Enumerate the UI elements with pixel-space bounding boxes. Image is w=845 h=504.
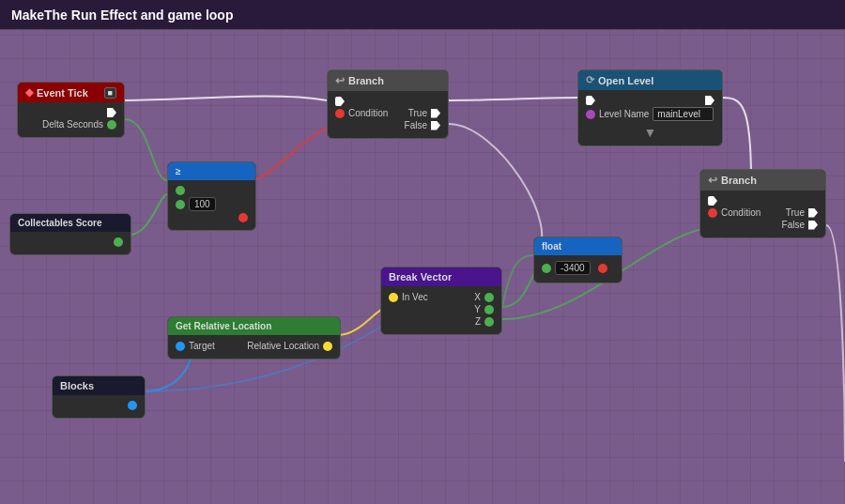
event-tick-node: ◆ Event Tick ■ Delta Seconds [17,82,125,138]
bv-x-pin [484,293,494,302]
math-node: ≥ 100 [167,161,256,231]
branch1-header: ↩ Branch [328,70,448,91]
ol-expand-icon: ▼ [586,123,714,140]
exec-out-row [25,108,116,117]
title-bar: MakeThe Run Effect and game loop [0,0,845,30]
relloc-pin [323,342,332,351]
bv-y-row: Y [389,304,494,314]
branch2-false-row: False [708,220,818,230]
bv-invec-pin [389,293,398,302]
branch1-body: Condition True False [328,91,448,138]
bv-invec-label: In Vec [402,292,428,302]
ol-levelname-pin [586,110,595,119]
branch2-exec-in [708,196,818,206]
ol-levelname-input[interactable] [653,107,714,121]
event-tick-label: Event Tick [37,87,88,99]
math-b-pin [176,200,185,209]
branch2-label: Branch [721,175,757,186]
collectables-label: Collectables Score [18,218,101,228]
canvas[interactable]: ◆ Event Tick ■ Delta Seconds Collectable… [0,30,845,504]
math-a-pin [176,186,185,195]
num-header: float [534,237,622,255]
bv-y-label: Y [474,304,481,314]
target-pin [176,342,185,351]
branch2-false-label: False [782,220,805,230]
target-header: Get Relative Location [168,317,340,335]
branch1-cond-row: Condition True [335,108,440,118]
collectables-header: Collectables Score [10,214,131,232]
open-level-body: Level Name ▼ [578,90,722,145]
event-tick-body: Delta Seconds [18,102,124,137]
bv-z-row: Z [389,316,494,327]
bv-invec-row: In Vec X [389,292,494,302]
break-vector-label: Break Vector [389,271,452,283]
num-in-pin [542,264,551,273]
break-vector-node: Break Vector In Vec X Y Z [380,267,502,335]
math-out-row [176,213,248,222]
num-value[interactable]: -3400 [555,261,591,275]
branch1-label: Branch [348,75,384,86]
branch1-false-pin [431,121,440,130]
target-label: Target [189,341,215,351]
ol-exec-pin [586,96,595,105]
branch1-cond-pin [335,109,345,118]
target-header-label: Get Relative Location [176,321,271,331]
num-val-row: -3400 [542,261,614,275]
bv-z-pin [484,317,494,327]
break-vector-header: Break Vector [381,267,501,286]
branch1-true-pin [431,109,440,118]
branch2-cond-row: Condition True [708,207,818,218]
math-a-row [176,186,248,195]
collectables-out-row [18,237,123,247]
ol-exec-row [586,96,714,105]
branch2-body: Condition True False [700,191,825,237]
branch2-header: ↩ Branch [700,170,825,191]
math-b-row: 100 [176,197,248,211]
ol-exec-out-pin [705,96,714,105]
num-label: float [542,241,561,252]
collectables-body [10,232,131,254]
num-node: float -3400 [533,237,622,283]
branch2-true-pin [808,208,818,218]
target-body: Target Relative Location [168,335,340,359]
branch1-exec-in [335,97,440,106]
branch2-false-pin [808,221,818,230]
collectables-out-pin [114,237,123,247]
blocks-body [53,395,145,418]
math-header: ≥ [168,162,255,180]
bv-y-pin [484,305,494,314]
break-vector-body: In Vec X Y Z [381,286,501,334]
page-title: MakeThe Run Effect and game loop [11,8,233,23]
num-body: -3400 [534,255,622,283]
num-out-pin [598,264,607,273]
target-in-row: Target Relative Location [176,341,332,351]
branch1-true-label: True [408,108,427,118]
delta-seconds-label: Delta Seconds [42,119,103,130]
bv-z-label: Z [475,316,481,327]
event-tick-header: ◆ Event Tick ■ [18,83,124,102]
ol-levelname-label: Level Name [599,109,649,119]
bv-x-label: X [474,292,481,302]
branch2-cond-label: Condition [721,207,760,218]
blocks-node: Blocks [52,375,146,419]
math-out-pin [238,213,248,222]
math-label: ≥ [176,166,181,176]
relloc-label: Relative Location [247,341,319,351]
branch1-cond-label: Condition [348,108,388,118]
collectables-score-node: Collectables Score [9,213,131,255]
target-node: Get Relative Location Target Relative Lo… [167,316,341,359]
branch2-cond-pin [708,208,717,218]
branch1-node: ↩ Branch Condition True False [327,69,449,139]
blocks-label: Blocks [60,380,94,391]
blocks-header: Blocks [53,376,145,395]
branch2-true-label: True [786,207,805,218]
exec-out-pin [107,108,116,117]
ol-levelname-row: Level Name [586,107,714,121]
math-value[interactable]: 100 [189,197,216,211]
open-level-label: Open Level [598,75,653,86]
branch1-false-row: False [335,120,440,130]
blocks-out-row [60,401,137,410]
branch1-exec-pin [335,97,345,106]
open-level-node: ⟳ Open Level Level Name ▼ [577,69,723,146]
branch2-node: ↩ Branch Condition True False [699,169,826,238]
